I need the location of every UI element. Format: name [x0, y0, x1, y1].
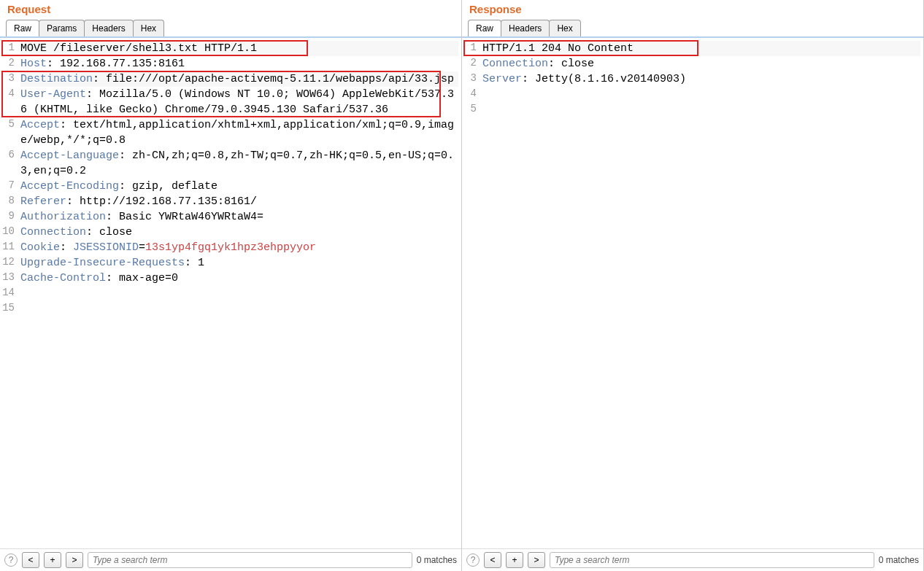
search-input[interactable]	[88, 552, 412, 568]
prev-button[interactable]: <	[22, 552, 39, 568]
request-editor[interactable]: 123456789101112131415 MOVE /fileserver/s…	[0, 38, 461, 548]
request-search-row: ? < + > 0 matches	[0, 548, 461, 571]
match-count: 0 matches	[417, 555, 457, 565]
tab-headers[interactable]: Headers	[84, 20, 133, 36]
response-panel: Response RawHeadersHex 12345 HTTP/1.1 20…	[462, 0, 924, 571]
prev-button[interactable]: <	[484, 552, 501, 568]
response-title: Response	[462, 0, 923, 20]
match-count: 0 matches	[879, 555, 919, 565]
response-search-row: ? < + > 0 matches	[462, 548, 923, 571]
next-button[interactable]: >	[528, 552, 545, 568]
tab-raw[interactable]: Raw	[468, 20, 501, 36]
tab-params[interactable]: Params	[39, 20, 85, 36]
response-tabs: RawHeadersHex	[462, 20, 923, 38]
help-icon[interactable]: ?	[466, 553, 480, 567]
request-title: Request	[0, 0, 461, 20]
tab-raw[interactable]: Raw	[6, 20, 39, 36]
add-button[interactable]: +	[506, 552, 523, 568]
help-icon[interactable]: ?	[4, 553, 18, 567]
request-tabs: RawParamsHeadersHex	[0, 20, 461, 38]
tab-hex[interactable]: Hex	[549, 20, 580, 36]
tab-headers[interactable]: Headers	[501, 20, 550, 36]
request-panel: Request RawParamsHeadersHex 123456789101…	[0, 0, 462, 571]
next-button[interactable]: >	[66, 552, 83, 568]
add-button[interactable]: +	[44, 552, 61, 568]
tab-hex[interactable]: Hex	[133, 20, 164, 36]
search-input[interactable]	[550, 552, 874, 568]
response-editor[interactable]: 12345 HTTP/1.1 204 No ContentConnection:…	[462, 38, 923, 548]
